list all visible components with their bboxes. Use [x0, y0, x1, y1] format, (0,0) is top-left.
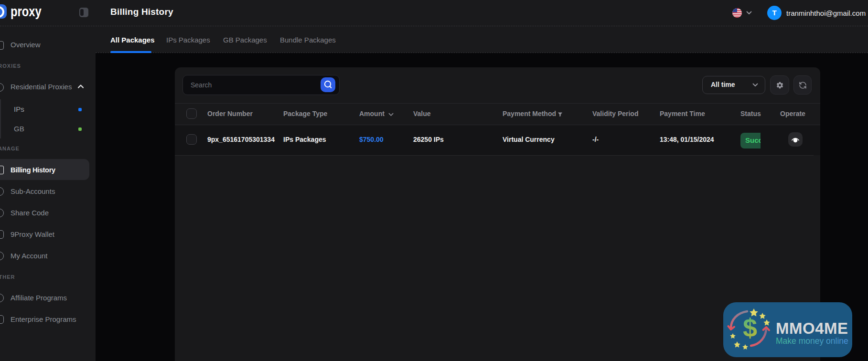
- svg-text:MMO4ME: MMO4ME: [776, 319, 848, 337]
- svg-text:$: $: [743, 313, 757, 342]
- svg-text:Make money online: Make money online: [776, 336, 848, 346]
